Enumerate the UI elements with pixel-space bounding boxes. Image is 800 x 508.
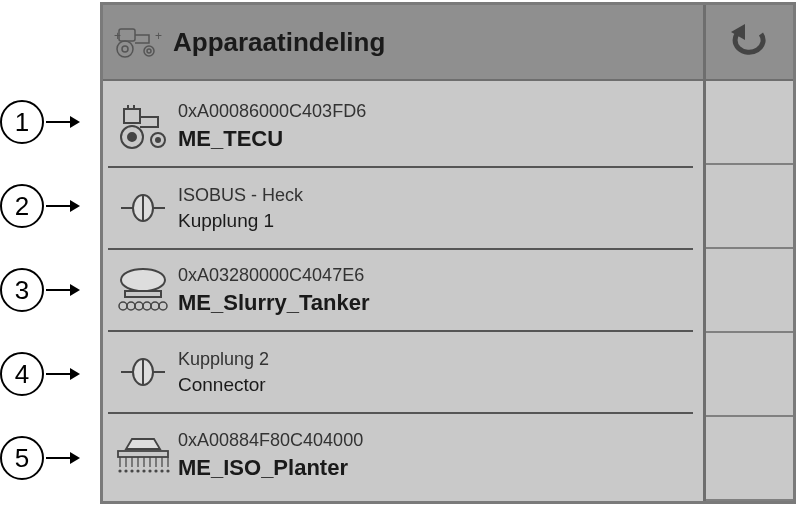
callout-3: 3 bbox=[0, 268, 78, 312]
list-item-text: Kupplung 2 Connector bbox=[178, 349, 693, 396]
svg-text:+: + bbox=[155, 29, 162, 43]
list-item[interactable]: 0xA00086000C403FD6 ME_TECU bbox=[108, 86, 693, 168]
device-id: 0xA00884F80C404000 bbox=[178, 430, 693, 451]
connector-label: Kupplung 2 bbox=[178, 349, 693, 370]
svg-point-4 bbox=[147, 49, 151, 53]
coupling-icon bbox=[108, 336, 178, 408]
callout-number: 5 bbox=[0, 436, 44, 480]
svg-point-40 bbox=[137, 470, 139, 472]
svg-point-15 bbox=[121, 269, 165, 291]
svg-point-22 bbox=[159, 302, 167, 310]
device-id: 0xA00086000C403FD6 bbox=[178, 101, 693, 122]
tanker-icon bbox=[108, 254, 178, 326]
panel-body: 0xA00086000C403FD6 ME_TECU bbox=[103, 81, 793, 501]
svg-point-43 bbox=[155, 470, 157, 472]
list-item[interactable]: Kupplung 2 Connector bbox=[108, 332, 693, 414]
arrow-icon bbox=[46, 373, 78, 375]
side-button-column bbox=[703, 81, 793, 501]
svg-point-10 bbox=[156, 138, 160, 142]
svg-point-1 bbox=[117, 41, 133, 57]
callout-number: 1 bbox=[0, 100, 44, 144]
svg-rect-27 bbox=[118, 451, 168, 457]
panel-header: + + Apparaatindeling bbox=[103, 5, 793, 81]
callout-1: 1 bbox=[0, 100, 78, 144]
tractor-icon bbox=[108, 90, 178, 162]
callout-number: 2 bbox=[0, 184, 44, 228]
arrow-icon bbox=[46, 289, 78, 291]
callout-column: 1 2 3 4 5 bbox=[0, 0, 100, 508]
planter-icon bbox=[108, 418, 178, 492]
device-name: ME_TECU bbox=[178, 126, 693, 152]
callout-number: 4 bbox=[0, 352, 44, 396]
svg-point-39 bbox=[131, 470, 133, 472]
side-button[interactable] bbox=[706, 249, 793, 333]
arrow-icon bbox=[46, 457, 78, 459]
back-icon bbox=[725, 22, 775, 62]
list-item-text: ISOBUS - Heck Kupplung 1 bbox=[178, 185, 693, 232]
list-item-text: 0xA00884F80C404000 ME_ISO_Planter bbox=[178, 430, 693, 481]
svg-text:+: + bbox=[114, 29, 121, 43]
side-button[interactable] bbox=[706, 81, 793, 165]
list-item-text: 0xA00086000C403FD6 ME_TECU bbox=[178, 101, 693, 152]
svg-point-2 bbox=[122, 46, 128, 52]
device-list: 0xA00086000C403FD6 ME_TECU bbox=[103, 81, 703, 501]
header-tractor-icon: + + bbox=[103, 25, 173, 59]
svg-rect-0 bbox=[119, 29, 135, 41]
arrow-icon bbox=[46, 205, 78, 207]
svg-rect-16 bbox=[125, 291, 161, 297]
callout-4: 4 bbox=[0, 352, 78, 396]
svg-point-21 bbox=[151, 302, 159, 310]
list-item[interactable]: 0xA03280000C4047E6 ME_Slurry_Tanker bbox=[108, 250, 693, 332]
side-button[interactable] bbox=[706, 165, 793, 249]
svg-point-45 bbox=[167, 470, 169, 472]
svg-point-42 bbox=[149, 470, 151, 472]
svg-point-8 bbox=[128, 133, 136, 141]
svg-point-37 bbox=[119, 470, 121, 472]
connector-name: Kupplung 1 bbox=[178, 210, 693, 232]
device-panel: + + Apparaatindeling bbox=[100, 2, 796, 504]
svg-point-20 bbox=[143, 302, 151, 310]
svg-point-18 bbox=[127, 302, 135, 310]
svg-point-17 bbox=[119, 302, 127, 310]
page-title: Apparaatindeling bbox=[173, 27, 385, 58]
device-name: ME_Slurry_Tanker bbox=[178, 290, 693, 316]
list-item[interactable]: ISOBUS - Heck Kupplung 1 bbox=[108, 168, 693, 250]
callout-5: 5 bbox=[0, 436, 78, 480]
side-button[interactable] bbox=[706, 333, 793, 417]
device-name: ME_ISO_Planter bbox=[178, 455, 693, 481]
connector-label: ISOBUS - Heck bbox=[178, 185, 693, 206]
list-item-text: 0xA03280000C4047E6 ME_Slurry_Tanker bbox=[178, 265, 693, 316]
svg-point-44 bbox=[161, 470, 163, 472]
callout-2: 2 bbox=[0, 184, 78, 228]
side-button[interactable] bbox=[706, 417, 793, 501]
svg-point-3 bbox=[144, 46, 154, 56]
svg-point-41 bbox=[143, 470, 145, 472]
back-button[interactable] bbox=[703, 5, 793, 79]
svg-point-38 bbox=[125, 470, 127, 472]
svg-point-19 bbox=[135, 302, 143, 310]
callout-number: 3 bbox=[0, 268, 44, 312]
arrow-icon bbox=[46, 121, 78, 123]
list-item[interactable]: 0xA00884F80C404000 ME_ISO_Planter bbox=[108, 414, 693, 496]
coupling-icon bbox=[108, 172, 178, 244]
device-id: 0xA03280000C4047E6 bbox=[178, 265, 693, 286]
connector-name: Connector bbox=[178, 374, 693, 396]
